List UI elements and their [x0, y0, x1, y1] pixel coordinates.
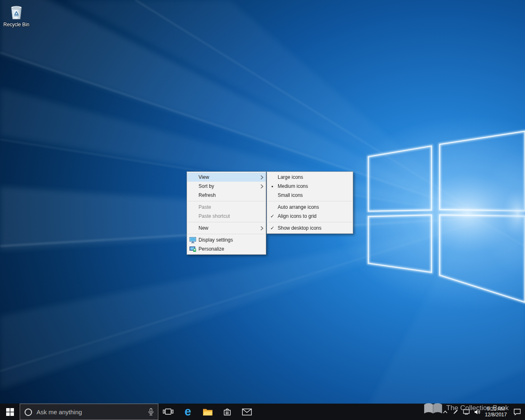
menu-separator [188, 201, 265, 201]
menu-item-refresh[interactable]: Refresh [187, 191, 266, 200]
radio-selected-icon: ● [272, 185, 274, 188]
submenu-arrow-icon [258, 226, 263, 231]
desktop[interactable]: Recycle Bin View Sort by Refresh Paste [0, 0, 525, 420]
cortana-search-box[interactable] [20, 404, 158, 420]
pen-tray-button[interactable] [450, 404, 461, 420]
view-submenu: Large icons ● Medium icons Small icons A… [267, 171, 353, 234]
edge-browser-button[interactable]: e [178, 404, 198, 420]
menu-item-paste-shortcut: Paste shortcut [187, 212, 266, 221]
menu-item-paste: Paste [187, 203, 266, 212]
system-tray: 9:21 AM 12/8/2017 [440, 404, 525, 420]
menu-separator [268, 222, 352, 222]
edge-icon: e [185, 406, 191, 418]
action-center-button[interactable] [509, 404, 525, 420]
checkmark-icon: ✓ [270, 213, 274, 219]
search-input[interactable] [20, 404, 158, 420]
mail-icon [242, 409, 252, 415]
personalize-icon [189, 246, 196, 252]
menu-item-sort-by[interactable]: Sort by [187, 182, 266, 191]
taskbar: e [0, 404, 525, 420]
windows-logo-icon [6, 408, 14, 416]
hidden-icons-chevron-button[interactable] [440, 404, 450, 420]
submenu-arrow-icon [258, 184, 263, 189]
volume-tray-button[interactable] [472, 404, 482, 420]
menu-item-large-icons[interactable]: Large icons [267, 173, 353, 182]
task-view-icon [163, 408, 173, 415]
clock-date: 12/8/2017 [482, 412, 509, 418]
mail-button[interactable] [237, 404, 257, 420]
pen-icon [453, 409, 459, 415]
network-icon [463, 409, 470, 415]
volume-icon [474, 409, 480, 415]
network-tray-button[interactable] [461, 404, 472, 420]
menu-item-small-icons[interactable]: Small icons [267, 191, 353, 200]
menu-item-personalize[interactable]: Personalize [187, 244, 266, 253]
task-view-button[interactable] [158, 404, 178, 420]
start-button[interactable] [0, 404, 20, 420]
submenu-arrow-icon [258, 175, 263, 180]
microphone-icon[interactable] [148, 408, 154, 418]
store-button[interactable] [217, 404, 237, 420]
file-explorer-button[interactable] [198, 404, 217, 420]
display-settings-icon [189, 237, 196, 243]
clock-time: 9:21 AM [482, 406, 509, 412]
action-center-icon [514, 409, 521, 415]
cortana-icon [25, 409, 32, 416]
recycle-bin-shortcut[interactable]: Recycle Bin [2, 3, 31, 27]
menu-item-show-desktop-icons[interactable]: ✓ Show desktop icons [267, 224, 353, 233]
chevron-up-icon [443, 411, 447, 413]
menu-item-medium-icons[interactable]: ● Medium icons [267, 182, 353, 191]
menu-item-new[interactable]: New [187, 224, 266, 233]
menu-separator [188, 234, 265, 234]
menu-item-auto-arrange-icons[interactable]: Auto arrange icons [267, 203, 353, 212]
menu-item-view[interactable]: View [187, 173, 266, 182]
tray-clock[interactable]: 9:21 AM 12/8/2017 [482, 406, 509, 418]
checkmark-icon: ✓ [270, 225, 274, 231]
recycle-bin-label: Recycle Bin [2, 22, 31, 27]
menu-separator [268, 201, 352, 201]
menu-item-align-icons-to-grid[interactable]: ✓ Align icons to grid [267, 212, 353, 221]
store-icon [223, 407, 232, 416]
file-explorer-icon [203, 408, 213, 416]
menu-separator [188, 222, 265, 222]
desktop-context-menu: View Sort by Refresh Paste Paste shortcu… [187, 171, 266, 255]
menu-item-display-settings[interactable]: Display settings [187, 235, 266, 244]
recycle-bin-icon [9, 3, 24, 21]
